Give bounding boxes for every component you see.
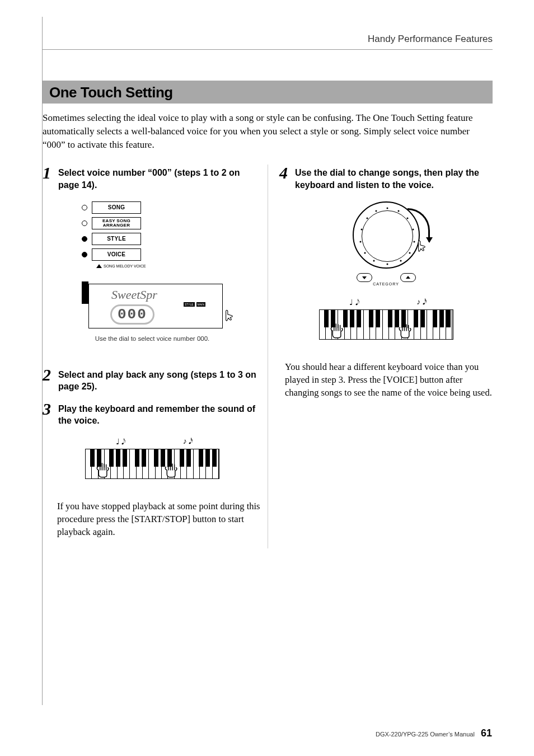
- step-text: Use the dial to change songs, then play …: [295, 165, 493, 191]
- two-column-layout: 1 Select voice number “000” (steps 1 to …: [43, 165, 493, 548]
- right-column: 4 Use the dial to change songs, then pla…: [268, 165, 493, 548]
- dial-and-keyboard-figure: CATEGORY ♩ 𝅘𝅥𝅮 ♪ 𝅘𝅥𝅯: [279, 201, 493, 341]
- lcd-voice-name: SweetSpr: [111, 288, 157, 302]
- step-3: 3 Play the keyboard and remember the sou…: [43, 401, 262, 427]
- left-column: 1 Select voice number “000” (steps 1 to …: [43, 165, 268, 548]
- page-footer: DGX-220/YPG-225 Owner’s Manual 61: [376, 727, 492, 739]
- svg-point-13: [375, 210, 377, 212]
- step-number: 4: [279, 165, 291, 191]
- step-4-body: You should hear a different keyboard voi…: [285, 360, 493, 399]
- song-melody-voice-label: SONG MELODY VOICE: [96, 264, 223, 268]
- music-note-icon: ♩ 𝅘𝅥𝅮: [116, 437, 122, 447]
- figure-caption: Use the dial to select voice number 000.: [43, 335, 262, 342]
- lcd-voice-number: 000: [118, 306, 147, 323]
- up-star-icon: [405, 275, 411, 280]
- svg-point-0: [386, 207, 388, 209]
- step-text: Select voice number “000” (steps 1 to 2 …: [58, 165, 262, 191]
- step-text: Play the keyboard and remember the sound…: [58, 401, 262, 427]
- sublabel-text: SONG MELODY VOICE: [104, 264, 146, 268]
- piano-keyboard-icon: [85, 449, 219, 479]
- step-2: 2 Select and play back any song (steps 1…: [43, 367, 262, 393]
- page-header: Handy Performance Features: [43, 17, 493, 45]
- svg-point-6: [400, 260, 401, 261]
- svg-point-11: [360, 228, 362, 230]
- svg-point-10: [359, 241, 361, 242]
- led-off-icon: [82, 220, 87, 226]
- led-on-icon: [82, 236, 87, 242]
- section-title: One Touch Setting: [43, 81, 493, 104]
- triangle-icon: [96, 264, 102, 268]
- voice-button: VOICE: [92, 248, 141, 261]
- song-button: SONG: [92, 201, 141, 214]
- easy-song-arranger-button: EASY SONG ARRANGER: [92, 217, 141, 229]
- right-hand-icon: [164, 462, 181, 484]
- svg-point-8: [373, 260, 374, 261]
- category-label: CATEGORY: [353, 282, 420, 286]
- left-hand-icon: [96, 462, 113, 484]
- manual-name: DGX-220/YPG-225 Owner’s Manual: [376, 731, 475, 738]
- step-number: 2: [43, 367, 54, 393]
- lcd-highlight-circle: 000: [110, 304, 154, 325]
- pointing-hand-icon: [414, 239, 429, 256]
- intro-paragraph: Sometimes selecting the ideal voice to p…: [43, 111, 493, 151]
- lcd-display: SweetSpr STYLE MAIN 000: [82, 284, 223, 328]
- right-hand-icon: [398, 323, 415, 345]
- style-button: STYLE: [92, 233, 141, 245]
- badge-icon: STYLE: [184, 302, 195, 307]
- rotation-arrow-icon: [407, 208, 430, 242]
- piano-keyboard-icon: [319, 309, 453, 340]
- step-number: 3: [43, 401, 54, 427]
- svg-point-5: [409, 252, 410, 253]
- header-rule: [43, 49, 493, 50]
- svg-point-9: [364, 252, 366, 253]
- step-1: 1 Select voice number “000” (steps 1 to …: [43, 165, 262, 191]
- left-hand-icon: [330, 323, 346, 345]
- music-note-icon: ♪ 𝅘𝅥𝅯: [183, 437, 189, 447]
- page-number: 61: [481, 727, 492, 739]
- svg-point-12: [366, 217, 368, 219]
- data-dial-icon: [353, 201, 420, 269]
- category-down-button: [357, 273, 372, 282]
- svg-point-7: [386, 263, 388, 265]
- step-3-body: If you have stopped playback at some poi…: [57, 500, 262, 538]
- badge-icon: MAIN: [196, 302, 206, 307]
- led-off-icon: [82, 205, 87, 210]
- pointing-hand-icon: [222, 308, 236, 326]
- music-note-icon: ♩ 𝅘𝅥𝅮: [349, 298, 355, 307]
- step-text: Select and play back any song (steps 1 t…: [58, 367, 262, 393]
- down-star-icon: [362, 275, 367, 280]
- led-on-icon: [82, 252, 87, 257]
- panel-buttons-figure: SONG EASY SONG ARRANGER STYLE VOICE: [43, 201, 262, 342]
- step-number: 1: [43, 165, 54, 191]
- keyboard-figure: ♩ 𝅘𝅥𝅮 ♪ 𝅘𝅥𝅯: [43, 437, 262, 481]
- music-note-icon: ♪ 𝅘𝅥𝅯: [416, 298, 423, 307]
- category-up-button: [400, 273, 416, 282]
- svg-point-1: [397, 210, 399, 212]
- step-4: 4 Use the dial to change songs, then pla…: [279, 165, 493, 191]
